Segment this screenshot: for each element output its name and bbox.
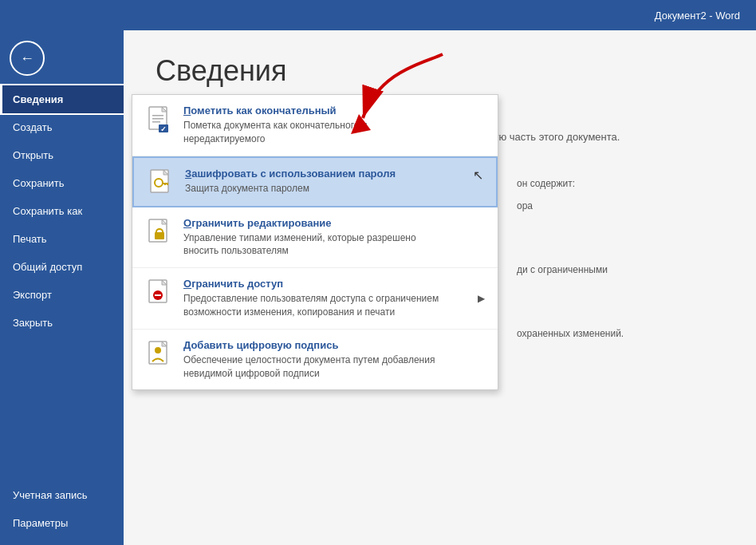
menu-item-restrict-access-title: Ограничить доступ (183, 278, 471, 290)
sidebar-item-info[interactable]: Сведения (0, 85, 124, 113)
sidebar-item-share[interactable]: Общий доступ (0, 253, 124, 281)
sidebar-item-label: Закрыть (13, 317, 53, 329)
menu-item-mark-final-desc: Пометка документа как окончательного и н… (183, 119, 485, 146)
sidebar-item-label: Экспорт (13, 289, 52, 301)
sidebar-bottom: Учетная запись Параметры (0, 481, 124, 545)
menu-item-mark-final-title: Пометить как окончательный (183, 105, 485, 117)
submenu-arrow-icon: ▶ (478, 293, 485, 304)
menu-item-restrict-access-text: Ограничить доступ Предоставление пользов… (183, 278, 471, 319)
sidebar-item-label: Создать (13, 121, 52, 133)
sidebar-item-new[interactable]: Создать (0, 113, 124, 141)
right-line-4: охраненных изменений. (517, 326, 724, 342)
menu-item-restrict-edit-title: Ограничить редактирование (183, 217, 485, 229)
sidebar-item-label: Печать (13, 233, 47, 245)
menu-item-encrypt-desc: Защита документа паролем (185, 182, 473, 195)
menu-item-digital-sig-title: Добавить цифровую подпись (183, 339, 485, 351)
right-line-1: он содержит: (517, 176, 724, 192)
svg-rect-8 (152, 115, 163, 117)
menu-item-restrict-edit-desc: Управление типами изменений, которые раз… (183, 231, 485, 259)
menu-item-digital-sig[interactable]: Добавить цифровую подпись Обеспечение це… (132, 330, 498, 390)
encrypt-icon (147, 168, 175, 196)
page-title: Сведения (156, 54, 724, 88)
digital-sig-icon (145, 339, 174, 368)
protect-dropdown-menu: ✓ Пометить как окончательный Пометка док… (132, 94, 498, 390)
svg-rect-18 (164, 183, 166, 185)
right-line-3: ди с ограниченными (517, 262, 724, 278)
menu-item-digital-sig-desc: Обеспечение целостности документа путем … (183, 353, 485, 381)
sidebar-item-options[interactable]: Параметры (0, 509, 124, 537)
right-side-content: он содержит: ора ди с ограниченными охра… (517, 176, 724, 348)
sidebar-item-label: Сохранить (13, 177, 65, 189)
menu-item-encrypt[interactable]: Зашифровать с использованием пароля Защи… (132, 156, 498, 207)
menu-item-restrict-edit[interactable]: Ограничить редактирование Управление тип… (132, 207, 498, 269)
sidebar-item-open[interactable]: Открыть (0, 141, 124, 169)
restrict-edit-icon (145, 217, 174, 246)
back-button[interactable]: ← (10, 41, 45, 76)
sidebar-item-label: Сохранить как (13, 205, 82, 217)
svg-rect-26 (155, 294, 161, 296)
content-area: Сведения (124, 30, 756, 545)
sidebar-item-saveas[interactable]: Сохранить как (0, 197, 124, 225)
cursor: ↖ (473, 168, 483, 183)
menu-item-digital-sig-text: Добавить цифровую подпись Обеспечение це… (183, 339, 485, 381)
menu-item-encrypt-title: Зашифровать с использованием пароля (185, 168, 473, 180)
sidebar-item-label: Открыть (13, 149, 53, 161)
sidebar: ← Сведения Создать Открыть Сохранить Сох… (0, 30, 124, 545)
svg-rect-9 (152, 118, 163, 120)
menu-item-encrypt-text: Зашифровать с использованием пароля Защи… (185, 168, 473, 195)
back-icon: ← (20, 50, 34, 67)
title-bar: Документ2 - Word (0, 0, 756, 30)
sidebar-item-account[interactable]: Учетная запись (0, 481, 124, 509)
menu-item-restrict-access[interactable]: Ограничить доступ Предоставление пользов… (132, 268, 498, 330)
sidebar-item-label: Сведения (13, 93, 63, 105)
right-line-2: ора (517, 198, 724, 214)
sidebar-item-label: Общий доступ (13, 261, 82, 273)
main-area: ← Сведения Создать Открыть Сохранить Сох… (0, 30, 756, 545)
title-bar-text: Документ2 - Word (655, 10, 740, 22)
restrict-access-icon (145, 278, 174, 306)
app-container: Документ2 - Word ← Сведения Создать Откр… (0, 0, 756, 545)
sidebar-item-label: Учетная запись (13, 489, 88, 501)
menu-item-mark-final-text: Пометить как окончательный Пометка докум… (183, 105, 485, 146)
sidebar-item-save[interactable]: Сохранить (0, 169, 124, 197)
sidebar-item-print[interactable]: Печать (0, 225, 124, 253)
menu-item-mark-final[interactable]: ✓ Пометить как окончательный Пометка док… (132, 95, 498, 156)
menu-item-restrict-edit-text: Ограничить редактирование Управление тип… (183, 217, 485, 259)
svg-point-29 (155, 347, 161, 353)
sidebar-item-label: Параметры (13, 517, 68, 529)
sidebar-item-export[interactable]: Экспорт (0, 281, 124, 309)
mark-final-icon: ✓ (145, 105, 174, 133)
sidebar-item-close[interactable]: Закрыть (0, 309, 124, 337)
menu-item-restrict-access-desc: Предоставление пользователям доступа с о… (183, 292, 471, 319)
svg-rect-17 (167, 183, 168, 185)
svg-text:✓: ✓ (160, 125, 167, 132)
svg-rect-10 (152, 121, 160, 123)
